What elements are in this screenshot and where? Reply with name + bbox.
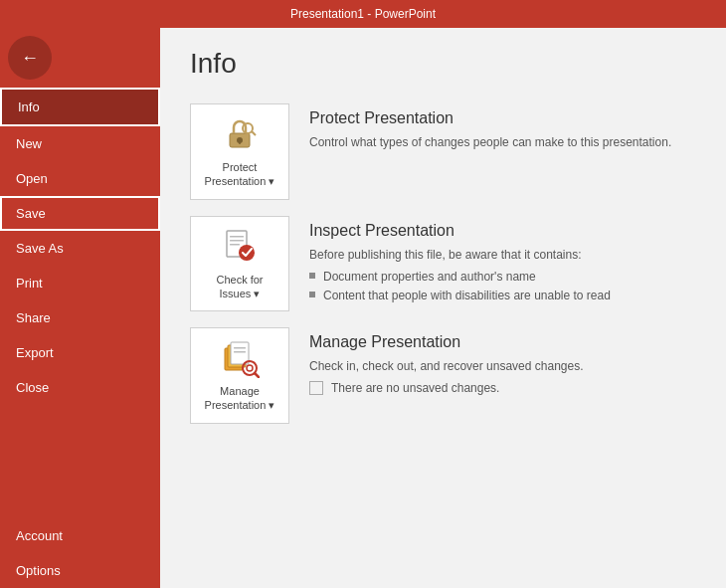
sidebar: ← Info New Open Save Save As Print Share… bbox=[0, 28, 160, 588]
inspect-title: Inspect Presentation bbox=[309, 222, 696, 240]
protect-title: Protect Presentation bbox=[309, 109, 696, 127]
protect-desc: Control what types of changes people can… bbox=[309, 133, 696, 151]
sidebar-item-export[interactable]: Export bbox=[0, 335, 160, 370]
svg-line-4 bbox=[252, 131, 256, 135]
svg-rect-2 bbox=[239, 140, 241, 144]
inspect-desc: Before publishing this file, be aware th… bbox=[309, 246, 696, 264]
sidebar-item-account[interactable]: Account bbox=[0, 518, 160, 553]
sidebar-item-share[interactable]: Share bbox=[0, 300, 160, 335]
sidebar-item-save[interactable]: Save bbox=[0, 196, 160, 231]
main-panel: Info ProtectPresentation ▾ Protect Prese… bbox=[160, 28, 726, 588]
svg-point-9 bbox=[239, 245, 255, 261]
inspect-icon-label: Check forIssues ▾ bbox=[216, 273, 263, 301]
inspect-bullets: Document properties and author's name Co… bbox=[309, 268, 696, 305]
page-title: Info bbox=[190, 48, 696, 80]
bullet-item: Content that people with disabilities ar… bbox=[309, 287, 696, 305]
svg-rect-14 bbox=[234, 351, 246, 353]
sidebar-bottom: Account Options bbox=[0, 518, 160, 588]
protect-text-area: Protect Presentation Control what types … bbox=[309, 103, 696, 151]
back-icon: ← bbox=[21, 48, 39, 69]
svg-rect-6 bbox=[230, 236, 244, 238]
lock-icon bbox=[220, 114, 260, 154]
bullet-icon bbox=[309, 292, 315, 297]
manage-sub-desc: There are no unsaved changes. bbox=[331, 379, 499, 397]
protect-button[interactable]: ProtectPresentation ▾ bbox=[190, 103, 289, 200]
protect-card: ProtectPresentation ▾ Protect Presentati… bbox=[190, 103, 696, 200]
sidebar-item-info[interactable]: Info bbox=[0, 88, 160, 126]
sidebar-item-new[interactable]: New bbox=[0, 126, 160, 161]
svg-rect-7 bbox=[230, 240, 244, 242]
svg-rect-8 bbox=[230, 244, 240, 246]
doc-icon bbox=[309, 381, 323, 395]
svg-rect-13 bbox=[234, 347, 246, 349]
bullet-item: Document properties and author's name bbox=[309, 268, 696, 287]
sidebar-item-save-as[interactable]: Save As bbox=[0, 231, 160, 266]
bullet-icon bbox=[309, 273, 315, 279]
inspect-text-area: Inspect Presentation Before publishing t… bbox=[309, 216, 696, 305]
sidebar-item-print[interactable]: Print bbox=[0, 266, 160, 300]
inspect-icon bbox=[220, 227, 260, 267]
title-bar-text: Presentation1 - PowerPoint bbox=[290, 7, 436, 21]
sidebar-item-open[interactable]: Open bbox=[0, 161, 160, 196]
manage-desc: Check in, check out, and recover unsaved… bbox=[309, 357, 696, 375]
sidebar-item-close[interactable]: Close bbox=[0, 370, 160, 405]
inspect-button[interactable]: Check forIssues ▾ bbox=[190, 216, 289, 312]
manage-icon-label: ManagePresentation ▾ bbox=[205, 384, 275, 413]
inspect-card: Check forIssues ▾ Inspect Presentation B… bbox=[190, 216, 696, 312]
manage-icon bbox=[220, 338, 260, 378]
manage-card: ManagePresentation ▾ Manage Presentation… bbox=[190, 327, 696, 424]
svg-rect-12 bbox=[231, 342, 249, 364]
sidebar-item-options[interactable]: Options bbox=[0, 553, 160, 588]
svg-line-16 bbox=[255, 373, 259, 377]
manage-button[interactable]: ManagePresentation ▾ bbox=[190, 327, 289, 424]
back-button[interactable]: ← bbox=[8, 36, 52, 80]
manage-sub-desc-row: There are no unsaved changes. bbox=[309, 379, 696, 397]
manage-title: Manage Presentation bbox=[309, 333, 696, 351]
svg-point-17 bbox=[247, 365, 253, 371]
manage-text-area: Manage Presentation Check in, check out,… bbox=[309, 327, 696, 397]
protect-icon-label: ProtectPresentation ▾ bbox=[205, 160, 275, 189]
